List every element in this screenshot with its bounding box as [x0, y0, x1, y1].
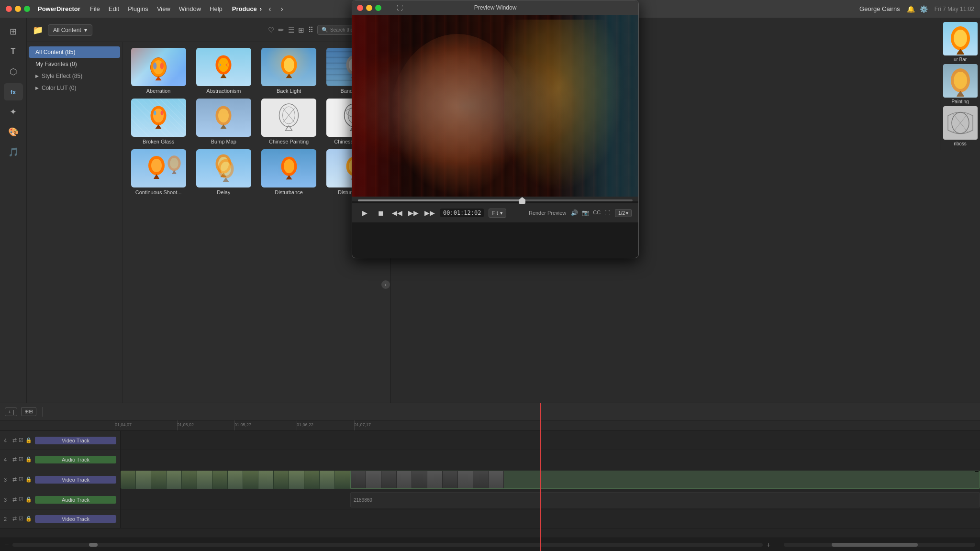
- list-item[interactable]: Back Light: [259, 48, 319, 94]
- filmstrip-button[interactable]: ⊞⊞: [21, 407, 36, 416]
- sidebar-item-audio[interactable]: 🎵: [4, 143, 23, 161]
- panel-collapse-button[interactable]: ‹: [381, 280, 390, 289]
- sidebar-item-pip[interactable]: ✦: [4, 103, 23, 121]
- next-button[interactable]: ▶▶: [424, 207, 435, 219]
- track-4-video-content[interactable]: [121, 431, 980, 450]
- track-4-audio-content[interactable]: [121, 450, 980, 469]
- track-2-video-content[interactable]: [121, 509, 980, 528]
- lock-icon[interactable]: 🔒: [25, 437, 32, 443]
- list-item[interactable]: Aberration: [128, 48, 189, 94]
- menu-window[interactable]: Window: [179, 5, 201, 12]
- open-folder-button[interactable]: 📁: [33, 25, 43, 35]
- link-icon[interactable]: ⇄: [12, 476, 17, 483]
- text-icon: T: [11, 47, 16, 56]
- captions-icon[interactable]: CC: [593, 209, 601, 216]
- preview-expand-icon[interactable]: ⛶: [397, 4, 403, 11]
- sidebar-item-media[interactable]: ⊞: [4, 23, 23, 40]
- zoom-out-icon[interactable]: −: [5, 541, 9, 549]
- grid-view-icon[interactable]: ⊞: [298, 26, 304, 34]
- step-forward-button[interactable]: ▶▶: [408, 207, 419, 219]
- close-button[interactable]: [6, 6, 12, 12]
- checkbox-icon[interactable]: ☑: [19, 437, 23, 443]
- zoom-slider-thumb[interactable]: [89, 543, 98, 547]
- list-item[interactable]: Continuous Shoot...: [128, 149, 189, 195]
- minimize-button[interactable]: [15, 6, 21, 12]
- link-icon[interactable]: ⇄: [12, 496, 17, 503]
- insert-track-button[interactable]: +|: [5, 408, 17, 416]
- list-item[interactable]: Chinese Painting: [259, 99, 319, 144]
- menu-view[interactable]: View: [157, 5, 170, 12]
- preview-minimize-button[interactable]: [366, 5, 372, 11]
- sidebar-item-transitions[interactable]: ⬡: [4, 63, 23, 80]
- sidebar-item-color[interactable]: 🎨: [4, 123, 23, 141]
- notification-icon[interactable]: 🔔: [907, 5, 915, 13]
- preview-maximize-button[interactable]: [375, 5, 381, 11]
- play-button[interactable]: ▶: [359, 207, 370, 219]
- stop-button[interactable]: ◼: [375, 207, 387, 219]
- filter-style-effect[interactable]: ▶ Style Effect (85): [29, 70, 120, 82]
- checkbox-icon[interactable]: ☑: [19, 456, 23, 463]
- favorites-icon[interactable]: ♡: [268, 26, 274, 34]
- track-3-video-content[interactable]: 2189860: [121, 469, 980, 490]
- list-item[interactable]: Delay: [193, 149, 254, 195]
- list-view-icon[interactable]: ☰: [288, 26, 294, 34]
- timeline-scrollbar[interactable]: [784, 543, 975, 547]
- produce-button[interactable]: Produce ›: [232, 4, 262, 14]
- audio-icon: 🎵: [8, 147, 19, 157]
- track-3-audio-content[interactable]: 2189860: [121, 490, 980, 509]
- step-back-button[interactable]: ◀◀: [391, 207, 403, 219]
- large-grid-icon[interactable]: ⠿: [308, 26, 313, 34]
- menu-edit[interactable]: Edit: [109, 5, 119, 12]
- settings-icon[interactable]: ⚙️: [920, 5, 928, 13]
- track-controls: ⇄ ☑ 🔒: [12, 437, 32, 443]
- lock-icon[interactable]: 🔒: [25, 496, 32, 503]
- preview-controls: ▶ ◼ ◀◀ ▶▶ ▶▶ 00:01:12:02 Fit ▾ Render Pr…: [352, 203, 638, 222]
- zoom-slider-track[interactable]: [12, 543, 763, 547]
- scrubber-thumb[interactable]: [519, 197, 525, 204]
- quality-badge[interactable]: 1/2 ▾: [615, 209, 632, 217]
- link-icon[interactable]: ⇄: [12, 437, 17, 443]
- quality-chevron-icon: ▾: [626, 210, 628, 216]
- volume-icon[interactable]: 🔊: [571, 209, 578, 216]
- sidebar-item-fx[interactable]: fx: [4, 83, 23, 100]
- video-clip-right[interactable]: [350, 471, 980, 489]
- sidebar-item-text[interactable]: T: [4, 43, 23, 60]
- scrubber-track[interactable]: [358, 199, 633, 201]
- lock-icon[interactable]: 🔒: [25, 456, 32, 463]
- checkbox-icon[interactable]: ☑: [19, 476, 23, 483]
- fit-dropdown[interactable]: Fit ▾: [489, 209, 506, 218]
- nav-buttons: Produce › ‹ ›: [232, 4, 286, 14]
- snapshot-icon[interactable]: 📷: [582, 209, 589, 216]
- list-item[interactable]: nboss: [942, 106, 978, 146]
- list-item[interactable]: Bump Map: [193, 99, 254, 144]
- back-button[interactable]: ‹: [266, 4, 274, 14]
- filter-favorites[interactable]: My Favorites (0): [29, 58, 120, 70]
- zoom-in-icon[interactable]: +: [767, 541, 770, 549]
- lock-icon[interactable]: 🔒: [25, 476, 32, 483]
- checkbox-icon[interactable]: ☑: [19, 496, 23, 503]
- filter-icon[interactable]: ✏: [278, 26, 284, 34]
- checkbox-icon[interactable]: ☑: [19, 516, 23, 522]
- fullscreen-icon[interactable]: ⛶: [604, 209, 610, 216]
- maximize-button[interactable]: [24, 6, 30, 12]
- render-preview-button[interactable]: Render Preview: [529, 210, 566, 216]
- scrollbar-thumb[interactable]: [832, 543, 918, 547]
- menu-plugins[interactable]: Plugins: [128, 5, 148, 12]
- link-icon[interactable]: ⇄: [12, 516, 17, 522]
- menu-help[interactable]: Help: [210, 5, 223, 12]
- list-item[interactable]: Disturbance: [259, 149, 319, 195]
- list-item[interactable]: Broken Glass: [128, 99, 189, 144]
- list-item[interactable]: ur Bar: [942, 22, 978, 62]
- link-icon[interactable]: ⇄: [12, 456, 17, 463]
- lock-icon[interactable]: 🔒: [25, 516, 32, 522]
- filter-color-lut[interactable]: ▶ Color LUT (0): [29, 82, 120, 94]
- controls-row: ▶ ◼ ◀◀ ▶▶ ▶▶ 00:01:12:02 Fit ▾ Render Pr…: [359, 207, 632, 219]
- list-item[interactable]: Painting: [942, 64, 978, 104]
- preview-close-button[interactable]: [357, 5, 363, 11]
- content-dropdown[interactable]: All Content ▾: [48, 24, 92, 36]
- filter-all-content[interactable]: All Content (85): [29, 46, 120, 58]
- track-row: 4 ⇄ ☑ 🔒 Video Track: [0, 431, 980, 450]
- list-item[interactable]: Abstractionism: [193, 48, 254, 94]
- menu-file[interactable]: File: [90, 5, 100, 12]
- forward-button[interactable]: ›: [278, 4, 286, 14]
